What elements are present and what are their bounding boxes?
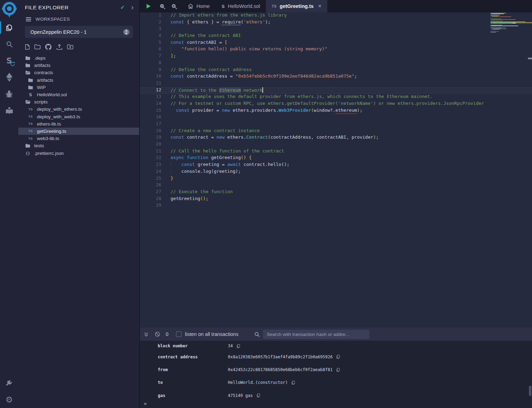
workspace-switch-icon[interactable] <box>123 29 129 35</box>
code-line-1[interactable]: 1// Import ethers from the ethers.js lib… <box>140 12 532 19</box>
clear-console-icon[interactable] <box>155 331 160 337</box>
code-line-22[interactable]: 22async function getGreeting() { <box>140 155 532 162</box>
run-script-button[interactable] <box>146 3 151 9</box>
line-text: console.log(greeting); <box>171 169 241 176</box>
code-line-25[interactable]: 25} <box>140 176 532 182</box>
code-line-6[interactable]: 6 "function hello() public view returns … <box>140 46 532 53</box>
file-tree-item-ethers-lib-ts[interactable]: TSethers-lib.ts <box>18 120 139 128</box>
code-line-21[interactable]: 21// Call the hello function of the cont… <box>140 148 532 155</box>
new-file-icon[interactable] <box>25 44 30 50</box>
code-line-13[interactable]: 13// This example uses the default provi… <box>140 94 532 101</box>
tx-detail-row-to: toHelloWorld.(constructor) <box>158 376 532 389</box>
ts-icon: TS <box>28 137 33 140</box>
file-tree-item-helloworld-sol[interactable]: SHelloWorld.sol <box>18 91 139 98</box>
code-line-23[interactable]: 23 const greeting = await contract.hello… <box>140 162 532 169</box>
collapse-terminal-icon[interactable] <box>144 332 148 337</box>
remix-logo-icon[interactable] <box>0 0 18 19</box>
terminal-search-input[interactable] <box>263 330 369 339</box>
listen-all-transactions-checkbox[interactable] <box>176 331 182 337</box>
minimap[interactable] <box>491 13 532 33</box>
code-line-2[interactable]: 2const { ethers } = require('ethers'); <box>140 19 532 26</box>
file-tree-item-artifacts[interactable]: artifacts <box>18 62 139 69</box>
line-number: 4 <box>140 33 161 40</box>
line-number: 6 <box>140 46 161 53</box>
code-line-20[interactable]: 20 <box>140 141 532 148</box>
code-line-5[interactable]: 5const contractABI = [ <box>140 40 532 47</box>
copy-icon[interactable] <box>256 393 260 398</box>
solidity-compiler-icon[interactable]: S <box>0 52 18 69</box>
code-line-8[interactable]: 8 <box>140 60 532 67</box>
code-line-19[interactable]: 19const contract = new ethers.Contract(c… <box>140 135 532 141</box>
debugger-icon[interactable] <box>0 86 18 102</box>
chevron-right-icon[interactable]: › <box>131 5 134 10</box>
tab-helloworld-sol[interactable]: SHelloWorld.sol <box>216 0 266 12</box>
learn-icon[interactable] <box>0 102 18 119</box>
copy-icon[interactable] <box>291 380 295 385</box>
line-text: // Define the contract ABI <box>171 33 241 40</box>
file-label: deploy_with_ethers.ts <box>37 107 82 112</box>
search-icon <box>254 332 260 337</box>
transaction-count: 0 <box>166 331 168 337</box>
code-line-14[interactable]: 14// For a testnet or custom RPC, use et… <box>140 101 532 108</box>
terminal-prompt[interactable]: > <box>144 401 147 406</box>
line-number: 29 <box>140 202 161 209</box>
code-line-17[interactable]: 17 <box>140 121 532 128</box>
file-tree-item--deps[interactable]: .deps <box>18 54 139 62</box>
file-tree-item-getgreeting-ts[interactable]: TSgetGreeting.ts <box>18 128 139 135</box>
line-text: // Call the hello function of the contra… <box>171 148 284 155</box>
terminal-scrollbar-thumb[interactable] <box>529 386 531 396</box>
code-line-18[interactable]: 18// Create a new contract instance <box>140 128 532 135</box>
code-line-15[interactable]: 15 const provider = new ethers.providers… <box>140 108 532 115</box>
tab-home[interactable]: Home <box>182 0 216 12</box>
copy-icon[interactable] <box>336 355 340 359</box>
code-line-27[interactable]: 27// Execute the function <box>140 189 532 196</box>
file-explorer-icon[interactable] <box>0 19 18 36</box>
zoom-in-icon[interactable] <box>171 3 177 9</box>
hamburger-menu-icon[interactable] <box>26 17 31 22</box>
copy-icon[interactable] <box>236 344 240 348</box>
transaction-details: block number34contract address0x8a120383… <box>140 341 532 402</box>
tx-detail-value: HelloWorld.(constructor) <box>228 380 288 385</box>
file-tree-item-tests[interactable]: tests <box>18 142 139 149</box>
code-line-4[interactable]: 4// Define the contract ABI <box>140 33 532 40</box>
workspace-select[interactable]: OpenZeppelin ERC20 - 1 <box>25 26 133 38</box>
file-tree-item-web3-lib-ts[interactable]: TSweb3-lib.ts <box>18 135 139 142</box>
zoom-out-icon[interactable] <box>159 3 165 9</box>
file-tree-item-scripts[interactable]: scripts <box>18 98 139 106</box>
code-line-28[interactable]: 28getGreeting(); <box>140 196 532 203</box>
code-line-3[interactable]: 3 <box>140 26 532 33</box>
code-line-26[interactable]: 26 <box>140 182 532 189</box>
code-line-11[interactable]: 11 <box>140 80 532 87</box>
upload-file-icon[interactable] <box>56 44 63 50</box>
line-number: 28 <box>140 196 161 203</box>
upload-folder-icon[interactable] <box>67 44 74 50</box>
settings-icon[interactable]: ⚙ <box>0 391 18 408</box>
new-folder-icon[interactable] <box>34 44 41 50</box>
file-tree-item-deploy-with-web3-ts[interactable]: TSdeploy_with_web3.ts <box>18 113 139 120</box>
file-tree-item-deploy-with-ethers-ts[interactable]: TSdeploy_with_ethers.ts <box>18 106 139 113</box>
line-number: 2 <box>140 19 161 26</box>
search-icon[interactable] <box>0 36 18 52</box>
copy-icon[interactable] <box>336 368 340 372</box>
code-line-12[interactable]: 12// Connect to the Ethereum network <box>140 87 532 94</box>
code-line-7[interactable]: 7]; <box>140 53 532 60</box>
file-tree-item-artifacts[interactable]: artifacts <box>18 77 139 84</box>
plugin-manager-icon[interactable] <box>0 375 18 391</box>
tab-getgreeting-ts[interactable]: TSgetGreeting.ts× <box>266 0 327 12</box>
solidity-icon: S <box>222 4 225 9</box>
code-line-29[interactable]: 29 <box>140 202 532 209</box>
file-tree-item--prettierrc-json[interactable]: {}.prettierrc.json <box>18 149 139 157</box>
file-tree-item-wip[interactable]: WIP <box>18 84 139 91</box>
line-number: 9 <box>140 67 161 74</box>
code-line-9[interactable]: 9// Define the contract address <box>140 67 532 74</box>
code-line-24[interactable]: 24 console.log(greeting); <box>140 169 532 176</box>
deploy-run-icon[interactable] <box>0 69 18 86</box>
code-line-10[interactable]: 10const contractAddress = "0xb54febb5c0c… <box>140 73 532 80</box>
close-tab-icon[interactable]: × <box>318 3 321 10</box>
code-line-16[interactable]: 16 <box>140 114 532 121</box>
code-editor[interactable]: 1// Import ethers from the ethers.js lib… <box>140 12 532 328</box>
github-icon[interactable] <box>45 43 52 50</box>
line-number: 21 <box>140 148 161 155</box>
file-tree-item-contracts[interactable]: contracts <box>18 69 139 76</box>
check-icon[interactable]: ✓ <box>120 4 125 11</box>
